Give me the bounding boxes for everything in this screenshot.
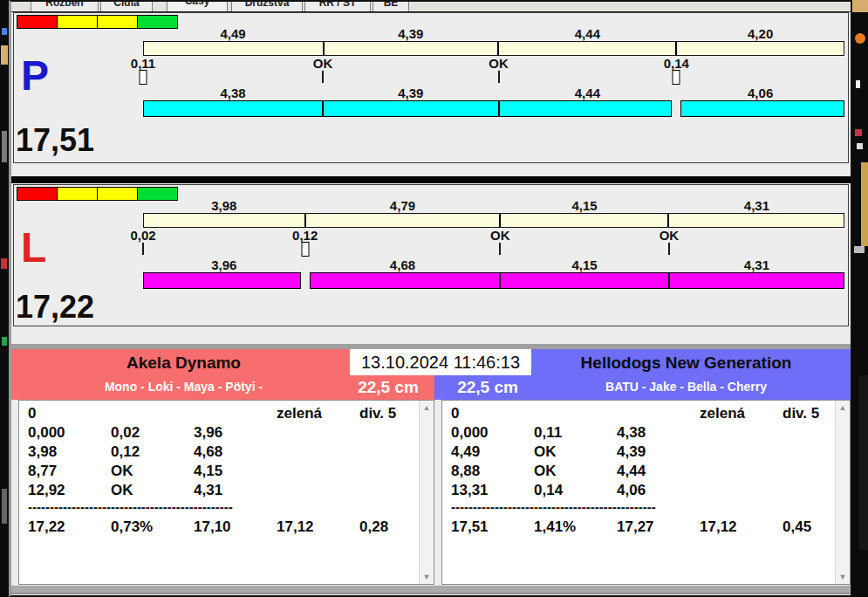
table-cell: 0,000 xyxy=(28,424,111,443)
scroll-up-arrow[interactable]: ▲ xyxy=(836,403,850,412)
tab--idla[interactable]: Čidla xyxy=(100,2,153,12)
table-cell xyxy=(700,463,783,482)
table-row: 0,0000,114,38 xyxy=(451,424,835,443)
crossing-label: OK xyxy=(490,228,510,243)
table-row: 8,88OK4,44 xyxy=(451,463,835,482)
table-cell: 3,96 xyxy=(194,424,277,443)
scroll-down-arrow[interactable]: ▼ xyxy=(420,573,434,581)
desktop-icon-fragment xyxy=(2,337,7,346)
ok-marker xyxy=(142,243,144,255)
measured-time-label: 3,96 xyxy=(211,257,236,272)
split-time-label: 4,44 xyxy=(575,26,600,41)
table-cell: 0,73% xyxy=(111,518,194,538)
desktop-icon-fragment xyxy=(2,28,7,35)
table-cell xyxy=(359,482,419,501)
tab--asy[interactable]: Časy xyxy=(167,2,228,12)
table-cell xyxy=(783,482,835,501)
table-cell: 4,38 xyxy=(617,424,700,443)
desktop-icon-fragment xyxy=(2,489,7,524)
desktop-icon-fragment xyxy=(857,143,863,149)
table-cell: 17,12 xyxy=(277,518,359,538)
tab-rr-st[interactable]: RR / ST xyxy=(304,2,371,12)
ok-marker xyxy=(499,243,501,255)
datetime-display: 13.10.2024 11:46:13 xyxy=(350,349,531,375)
lane-bar-area: 4,494,394,444,200,11OKOK0,144,384,394,44… xyxy=(143,13,844,162)
split-time-label: 4,31 xyxy=(744,198,769,213)
table-row: 12,92OK4,31 xyxy=(28,482,419,501)
table-cell: 13,31 xyxy=(451,482,534,501)
fault-marker xyxy=(301,242,309,257)
table-cell: 4,31 xyxy=(194,482,277,501)
table-cell: zelená xyxy=(700,405,783,424)
team-dogs-right: BATU - Jake - Bella - Cherry xyxy=(522,380,851,394)
table-cell: 0,02 xyxy=(111,424,194,443)
measured-bar-segment xyxy=(143,272,301,289)
measured-bar-segment xyxy=(499,100,673,117)
table-cell xyxy=(277,424,359,443)
table-cell: 4,68 xyxy=(194,443,277,463)
tab-dru-stva[interactable]: Družstva xyxy=(231,2,303,12)
split-time-label: 4,39 xyxy=(398,26,423,41)
scroll-down-arrow[interactable]: ▼ xyxy=(836,573,850,581)
table-cell: div. 5 xyxy=(359,405,419,424)
crossing-label: 0,11 xyxy=(131,56,155,71)
desktop-icon-fragment xyxy=(856,80,860,88)
table-cell: OK xyxy=(111,482,194,501)
table-cell: 17,12 xyxy=(700,518,783,538)
segment-tick xyxy=(667,214,669,227)
desktop-icon-fragment xyxy=(855,129,862,136)
table-cell xyxy=(277,482,359,501)
table-info-row: 0zelenádiv. 5 xyxy=(451,405,835,424)
table-cell xyxy=(700,482,783,501)
legend-color-box xyxy=(97,15,138,29)
segment-tick xyxy=(675,42,677,55)
legend-color-box xyxy=(97,187,138,201)
crossing-label: 0,12 xyxy=(292,228,318,243)
legend-color-box xyxy=(57,15,98,29)
result-table-left[interactable]: 0zelenádiv. 50,0000,023,963,980,124,688,… xyxy=(18,400,434,585)
table-cell: OK xyxy=(534,443,617,463)
measured-bar-segment xyxy=(310,272,501,289)
ok-marker xyxy=(322,71,324,83)
table-cell xyxy=(700,424,783,443)
measured-time-label: 4,38 xyxy=(220,86,245,100)
lane-letter-L: L xyxy=(21,227,46,269)
table-row: 13,310,144,06 xyxy=(451,482,835,501)
table-cell: div. 5 xyxy=(783,405,835,424)
scroll-up-arrow[interactable]: ▲ xyxy=(420,403,434,412)
table-cell xyxy=(359,463,419,482)
table-separator: ----------------------------------------… xyxy=(451,501,835,515)
vertical-scrollbar[interactable]: ▲▼ xyxy=(835,401,850,584)
tab-be[interactable]: BE xyxy=(372,2,409,12)
table-cell: 0 xyxy=(28,405,111,424)
table-cell: zelená xyxy=(277,405,359,424)
fault-marker xyxy=(140,70,147,85)
table-cell: 17,10 xyxy=(194,518,277,538)
segment-tick xyxy=(304,214,306,227)
table-cell: 8,88 xyxy=(451,463,534,482)
table-cell: 17,27 xyxy=(617,518,700,538)
table-cell xyxy=(277,443,359,463)
legend-color-box xyxy=(57,187,98,201)
measured-time-label: 4,31 xyxy=(744,257,769,272)
lane-letter-P: P xyxy=(21,55,49,97)
table-cell: 0,45 xyxy=(783,518,835,538)
table-cell: OK xyxy=(534,463,617,482)
tab-rozb-h[interactable]: Rozběh xyxy=(31,2,99,12)
horizontal-scrollbar[interactable] xyxy=(11,585,851,594)
table-cell xyxy=(617,405,700,424)
lane-panel-L: L17,223,984,794,154,310,020,12OKOK3,964,… xyxy=(13,184,849,326)
desktop-icon-fragment xyxy=(852,0,868,12)
vertical-scrollbar[interactable]: ▲▼ xyxy=(419,401,434,584)
lane-panel-P: P17,514,494,394,444,200,11OKOK0,144,384,… xyxy=(13,12,849,163)
table-cell: 12,92 xyxy=(28,482,111,501)
table-body[interactable]: 0zelenádiv. 50,0000,023,963,980,124,688,… xyxy=(19,401,419,584)
split-time-label: 3,98 xyxy=(211,198,236,213)
fault-marker xyxy=(673,70,680,85)
table-cell xyxy=(277,463,359,482)
table-body[interactable]: 0zelenádiv. 50,0000,114,384,49OK4,398,88… xyxy=(442,401,835,584)
result-table-right[interactable]: 0zelenádiv. 50,0000,114,384,49OK4,398,88… xyxy=(441,400,851,585)
lane-total-time: 17,51 xyxy=(16,125,94,156)
table-separator: ----------------------------------------… xyxy=(28,501,419,515)
ok-marker xyxy=(498,71,500,83)
